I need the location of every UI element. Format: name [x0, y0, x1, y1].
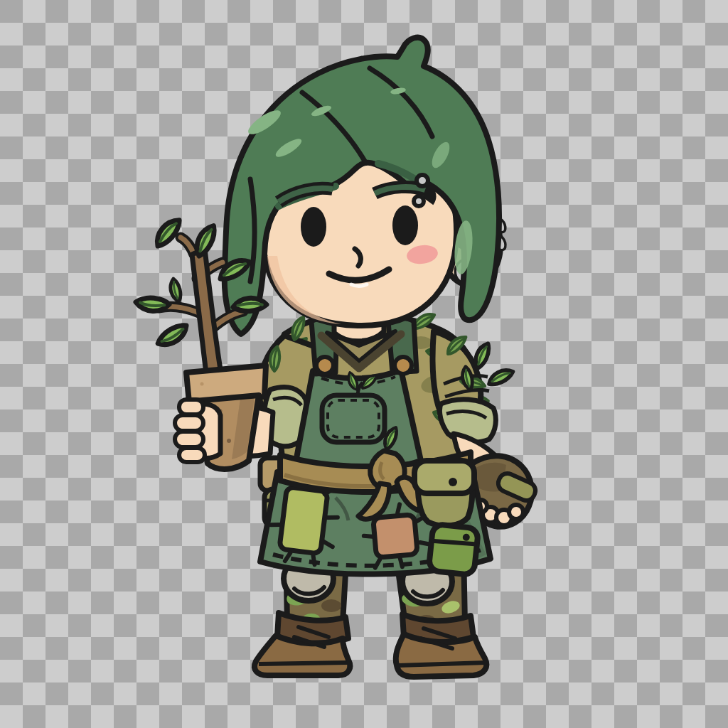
left-eye [301, 207, 326, 247]
transparency-checkerboard-background [0, 0, 728, 728]
apron-pocket [322, 395, 385, 442]
character-illustration [0, 0, 728, 728]
pot-holding-hand [175, 400, 220, 462]
head [225, 38, 502, 334]
right-eye [392, 205, 418, 245]
combat-boots [255, 613, 486, 677]
